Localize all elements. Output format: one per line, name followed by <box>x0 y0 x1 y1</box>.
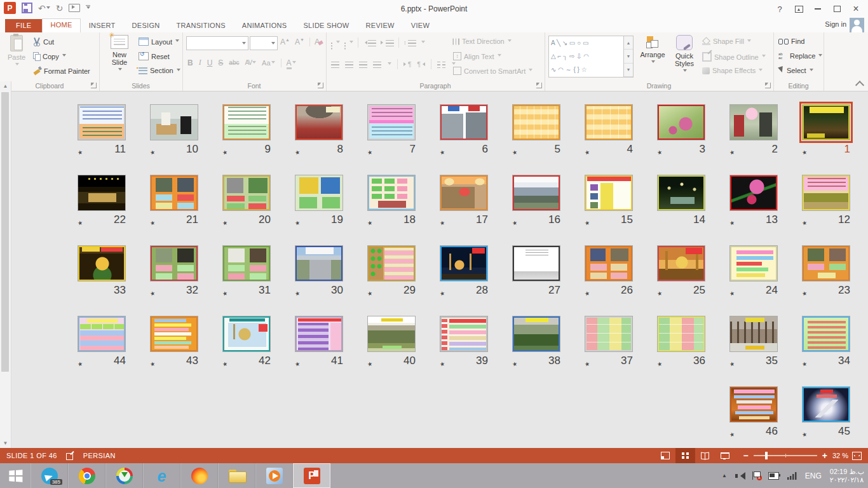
font-name-combobox[interactable] <box>186 36 248 50</box>
tab-animations[interactable]: ANIMATIONS <box>234 19 295 32</box>
slide-thumbnail[interactable] <box>367 316 416 352</box>
slide-thumbnail[interactable] <box>440 175 488 211</box>
slide-thumbnail[interactable] <box>802 175 850 211</box>
customize-qat-icon[interactable] <box>86 5 90 11</box>
increase-indent-icon[interactable] <box>381 39 394 46</box>
slide-thumbnail[interactable] <box>78 175 126 211</box>
clipboard-dialog-launcher-icon[interactable] <box>91 83 97 88</box>
slide-thumbnail[interactable] <box>802 104 850 140</box>
slide-thumbnail[interactable] <box>222 245 271 281</box>
convert-smartart-button[interactable]: Convert to SmartArt <box>453 67 532 75</box>
slide-thumbnail[interactable] <box>150 104 198 140</box>
slide-thumbnail[interactable] <box>512 175 560 211</box>
slide-thumbnail[interactable] <box>150 316 198 352</box>
align-center-icon[interactable] <box>345 61 353 68</box>
zoom-in-button[interactable]: + <box>822 452 827 459</box>
rtl-direction-icon[interactable]: ¶ <box>417 61 424 68</box>
font-color-button[interactable]: A <box>281 58 296 67</box>
slide-thumbnail[interactable] <box>657 316 705 352</box>
slide-thumbnail[interactable] <box>295 104 343 140</box>
battery-icon[interactable] <box>768 472 779 480</box>
normal-view-button[interactable] <box>656 448 675 463</box>
undo-button[interactable]: ↶ <box>38 3 50 14</box>
slide-thumbnail[interactable] <box>367 104 416 140</box>
strikethrough-button[interactable]: abc <box>229 59 239 66</box>
slide-thumbnail[interactable] <box>585 175 633 211</box>
help-icon[interactable]: ? <box>770 2 789 16</box>
taskbar-ie[interactable]: e <box>143 463 180 488</box>
slide-thumbnail[interactable] <box>78 316 126 352</box>
ltr-direction-icon[interactable]: ¶ <box>403 61 411 68</box>
slide-thumbnail[interactable] <box>222 316 271 352</box>
slide-thumbnail[interactable] <box>78 245 126 281</box>
drawing-dialog-launcher-icon[interactable] <box>765 83 771 88</box>
layout-button[interactable]: Layout <box>139 37 179 46</box>
slide-thumbnail[interactable] <box>729 386 778 423</box>
clock[interactable]: ب.ظ 02:19 ۲۰۲۲/۰۲/۱۸ <box>830 468 864 484</box>
action-center-flag-icon[interactable]: ✕ <box>752 471 760 480</box>
text-shadow-button[interactable]: S <box>218 58 223 67</box>
gallery-more-icon[interactable]: ▼ <box>624 64 633 77</box>
font-dialog-launcher-icon[interactable] <box>318 83 323 88</box>
slide-thumbnail[interactable] <box>657 104 705 140</box>
tab-design[interactable]: DESIGN <box>124 19 168 32</box>
tab-file[interactable]: FILE <box>5 19 42 32</box>
shape-gallery-scrollbar[interactable]: ▲ ▼ ▼ <box>623 36 633 77</box>
slide-thumbnail[interactable] <box>585 104 633 140</box>
shape-outline-button[interactable]: Shape Outline <box>702 52 766 62</box>
font-size-combobox[interactable] <box>250 36 278 50</box>
format-painter-button[interactable]: Format Painter <box>33 67 90 75</box>
tab-home[interactable]: HOME <box>42 18 80 32</box>
align-left-icon[interactable] <box>331 61 339 68</box>
new-slide-button[interactable]: New Slide <box>105 35 133 72</box>
slide-thumbnail[interactable] <box>440 245 488 281</box>
replace-button[interactable]: abacReplace <box>778 52 822 60</box>
proofing-icon[interactable] <box>66 452 74 459</box>
tab-slide-show[interactable]: SLIDE SHOW <box>295 19 357 32</box>
shrink-font-button[interactable]: A▼ <box>295 37 304 46</box>
change-case-button[interactable]: Aa <box>262 59 275 67</box>
slide-sorter-view-button[interactable] <box>675 448 695 463</box>
taskbar-telegram[interactable]: 385 <box>31 463 68 488</box>
align-right-icon[interactable] <box>359 61 367 68</box>
shape-gallery[interactable]: A ╲ ↘ ▭ ○ ▭ △ ⌐ ┐ ⇨ ⇩ ◠ ∿ ◠ ～ { } ☆ ▲ ▼ … <box>548 36 634 78</box>
save-icon[interactable] <box>22 3 32 13</box>
collapse-ribbon-icon[interactable] <box>855 81 864 90</box>
slide-thumbnail[interactable] <box>367 175 416 211</box>
slide-thumbnail[interactable] <box>440 104 488 140</box>
arrange-button[interactable]: Arrange <box>637 35 668 65</box>
language-tray-indicator[interactable]: ENG <box>805 471 822 480</box>
slide-thumbnail[interactable] <box>367 245 416 281</box>
reading-view-button[interactable] <box>695 448 715 463</box>
cut-button[interactable]: Cut <box>33 37 54 46</box>
clear-formatting-button[interactable]: A <box>309 37 323 46</box>
repeat-icon[interactable]: ↻ <box>56 4 64 13</box>
language-indicator[interactable]: PERSIAN <box>83 452 116 459</box>
taskbar-chrome[interactable] <box>68 463 105 488</box>
slide-thumbnail[interactable] <box>512 104 560 140</box>
paste-button[interactable]: Paste <box>5 35 28 67</box>
columns-icon[interactable] <box>437 61 445 68</box>
fit-to-window-icon[interactable] <box>852 452 862 460</box>
character-spacing-button[interactable]: AV <box>245 59 256 66</box>
slide-thumbnail[interactable] <box>78 104 126 140</box>
scroll-up-icon[interactable]: ▲ <box>0 81 11 91</box>
start-from-beginning-icon[interactable] <box>69 4 80 12</box>
slide-thumbnail[interactable] <box>512 245 560 281</box>
reset-button[interactable]: Reset <box>139 52 170 60</box>
shape-effects-button[interactable]: Shape Effects <box>702 67 763 74</box>
slide-thumbnail[interactable] <box>512 316 560 352</box>
underline-button[interactable]: U <box>207 58 213 67</box>
slide-thumbnail[interactable] <box>295 316 343 352</box>
tab-insert[interactable]: INSERT <box>81 19 124 32</box>
bold-button[interactable]: B <box>187 58 193 67</box>
slide-thumbnail[interactable] <box>150 245 198 281</box>
ribbon-display-options-icon[interactable] <box>789 2 808 16</box>
tab-transitions[interactable]: TRANSITIONS <box>168 19 234 32</box>
volume-icon[interactable] <box>735 472 744 480</box>
slide-thumbnail[interactable] <box>295 175 343 211</box>
slide-thumbnail[interactable] <box>802 316 850 352</box>
vertical-scrollbar[interactable]: ▲ ▼ <box>0 81 11 448</box>
slide-thumbnail[interactable] <box>802 386 850 423</box>
slide-thumbnail[interactable] <box>440 316 488 352</box>
